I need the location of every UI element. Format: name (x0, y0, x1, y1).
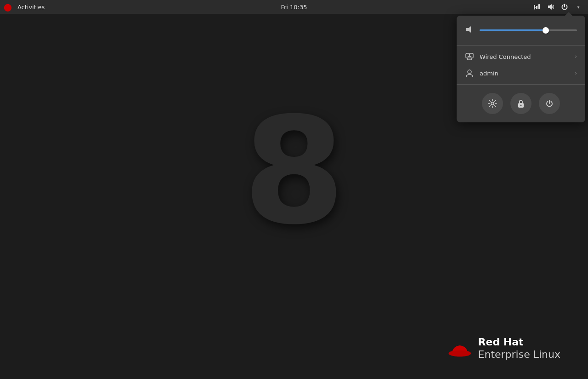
settings-button[interactable] (482, 93, 503, 114)
chevron-down-icon[interactable]: ▾ (572, 1, 584, 13)
svg-point-8 (448, 350, 471, 356)
volume-mute-icon (465, 25, 475, 36)
svg-point-3 (534, 8, 535, 10)
lock-button[interactable] (510, 93, 531, 114)
topbar-datetime: Fri 10:35 (281, 4, 307, 11)
menu-actions (457, 87, 585, 116)
volume-topbar-icon[interactable] (545, 1, 557, 13)
svg-rect-2 (538, 4, 540, 9)
volume-slider-fill (480, 29, 546, 31)
topbar-right: ▾ (531, 1, 584, 13)
user-chevron-icon: › (575, 70, 577, 76)
rhel-text-line1: Red Hat (478, 336, 560, 348)
rhel-text-line2: Enterprise Linux (478, 349, 560, 361)
rhel-version-number: 8 (243, 98, 345, 245)
power-button[interactable] (539, 93, 560, 114)
menu-separator-2 (457, 84, 585, 85)
desktop: ⬤ Activities Fri 10:35 (0, 0, 588, 379)
rhel-text-block: Red Hat Enterprise Linux (478, 336, 560, 361)
power-menu-icon[interactable] (559, 1, 571, 13)
redhat-logo-icon: ⬤ (4, 3, 12, 11)
user-menu-item[interactable]: admin › (457, 65, 585, 81)
svg-point-19 (470, 56, 471, 57)
volume-row (457, 23, 585, 42)
wired-connected-label: Wired Connected (480, 53, 569, 60)
redhat-hat-logo (448, 337, 472, 361)
volume-slider-track[interactable] (480, 29, 577, 31)
topbar: ⬤ Activities Fri 10:35 (0, 0, 588, 14)
rhel-brand: Red Hat Enterprise Linux (448, 336, 560, 361)
svg-point-20 (468, 70, 471, 74)
user-icon (465, 69, 474, 78)
volume-slider-thumb (543, 27, 549, 34)
svg-point-22 (520, 105, 522, 106)
svg-marker-6 (548, 4, 552, 10)
svg-marker-9 (466, 26, 471, 33)
svg-point-16 (469, 54, 470, 56)
wired-connected-item[interactable]: Wired Connected › (457, 48, 585, 65)
network-icon[interactable] (531, 1, 543, 13)
topbar-left: ⬤ Activities (4, 3, 47, 11)
svg-point-18 (468, 56, 469, 57)
user-label: admin (480, 70, 569, 77)
activities-button[interactable]: Activities (15, 3, 47, 11)
menu-separator-1 (457, 45, 585, 46)
system-menu-popup: Wired Connected › admin › (457, 16, 585, 122)
wired-network-icon (465, 52, 474, 61)
wired-chevron-icon: › (575, 53, 577, 60)
